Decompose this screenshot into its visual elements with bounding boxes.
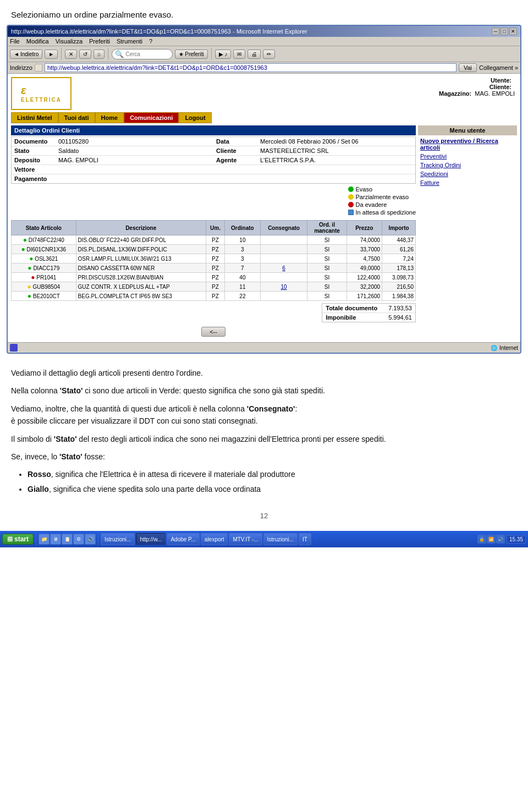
menu-visualizza[interactable]: Visualizza [56, 38, 82, 45]
right-menu-item[interactable]: Tracking Ordini [418, 161, 517, 169]
tray-icon-2: 📶 [487, 535, 496, 544]
cell-descrizione: PRI.DISCUS28.1X26W.BIAN/BIAN [76, 273, 206, 282]
page-heading: Selezioniamo un ordine parzialmente evas… [0, 0, 528, 25]
cliente-label: Cliente: [490, 84, 512, 90]
body-para-5: Se, invece, lo 'Stato' fosse: [11, 451, 517, 463]
cell-articolo: DI601CNR1X36 [26, 246, 66, 253]
mail-button[interactable]: ✉ [233, 50, 245, 59]
browser-window: http://webup.lelettrica.it/elettrica/dm?… [7, 25, 521, 354]
links-label[interactable]: Collegament » [479, 64, 518, 71]
stato-dot: ● [28, 283, 31, 290]
doc-row-vettore: Vettore [12, 165, 415, 174]
menu-preferiti[interactable]: Preferiti [89, 38, 110, 45]
cell-importo: 1.984,38 [382, 292, 416, 301]
taskbar-item-alexport[interactable]: alexport [201, 533, 228, 545]
cell-ord-mancante: SI [307, 235, 346, 245]
taskbar-item-istruzioni1[interactable]: Istruzioni... [101, 533, 135, 545]
cell-descrizione: OSR.LAMP.FL.LUMILUX.36W/21 G13 [76, 254, 206, 264]
back-nav-button[interactable]: <-- [201, 327, 226, 337]
edit-button[interactable]: ✏ [263, 50, 275, 59]
right-menu-item[interactable]: Preventivi [418, 152, 517, 161]
nav-home[interactable]: Home [95, 112, 124, 123]
refresh-button[interactable]: ↺ [79, 50, 91, 59]
taskbar-item-mtv[interactable]: MTV.IT -... [229, 533, 262, 545]
go-button[interactable]: Vai [459, 63, 477, 72]
search-box[interactable]: 🔍 [112, 49, 173, 59]
search-icon: 🔍 [115, 50, 124, 58]
nav-tuoi-dati[interactable]: Tuoi dati [58, 112, 95, 123]
stato-bold-2: 'Stato' [54, 435, 77, 443]
right-menu: Nuovo preventivo / Ricerca articoliPreve… [418, 136, 517, 187]
cell-articolo: DIACC179 [33, 265, 59, 271]
right-menu-item[interactable]: Spedizioni [418, 169, 517, 178]
search-input[interactable] [125, 51, 169, 57]
giallo-bold: Giallo [28, 485, 49, 493]
utente-row: Utente: [439, 77, 515, 84]
browser-title: http://webup.lelettrica.it/elettrica/dm?… [11, 28, 307, 35]
print-button[interactable]: 🖨 [248, 50, 261, 59]
taskbar-icon-5[interactable]: 🔊 [85, 534, 96, 545]
cell-ord-mancante: SI [307, 254, 346, 264]
taskbar-item-adobe[interactable]: Adobe P... [167, 533, 199, 545]
doc-row-pagamento: Pagamento [12, 174, 415, 183]
cell-articolo: DI748FC22/40 [29, 237, 64, 243]
cell-ord-mancante: SI [307, 273, 346, 282]
taskbar-icon-2[interactable]: 🖥 [50, 534, 61, 545]
cell-prezzo: 74,0000 [346, 235, 382, 245]
doc-label-pagamento: Pagamento [12, 174, 56, 183]
table-row: ● OSL3621 OSR.LAMP.FL.LUMILUX.36W/21 G13… [12, 254, 416, 264]
logo: ε ELETTRICA [21, 84, 62, 103]
cell-importo: 3.098,73 [382, 273, 416, 282]
right-menu-item[interactable]: Fatture [418, 178, 517, 187]
nav-comunicazioni[interactable]: Comunicazioni [124, 112, 179, 123]
tray-icons: 🔒 📶 🔊 [477, 535, 505, 544]
taskbar-icon-3[interactable]: 📋 [62, 534, 73, 545]
col-consegnato: Consegnato [260, 221, 307, 235]
nav-listini[interactable]: Listini Metel [11, 112, 58, 123]
back-button[interactable]: ◄ Indietro [10, 50, 42, 59]
taskbar-icon-4[interactable]: ⚙ [73, 534, 84, 545]
cell-um: PZ [206, 245, 224, 254]
legend-attesa: In attesa di spedizione [348, 209, 416, 216]
menu-modifica[interactable]: Modifica [26, 38, 49, 45]
page-icon [35, 64, 42, 72]
nav-logout[interactable]: Logout [179, 112, 211, 123]
forward-button[interactable]: ► [45, 50, 58, 59]
minimize-button[interactable]: ─ [492, 28, 499, 35]
page-number-value: 12 [260, 512, 268, 520]
cell-consegnato: 10 [260, 282, 307, 292]
menu-strumenti[interactable]: Strumenti [117, 38, 142, 45]
status-left [10, 344, 18, 352]
cell-consegnato [260, 254, 307, 264]
close-button[interactable]: ✕ [509, 28, 517, 35]
taskbar-item-it[interactable]: IT [299, 533, 311, 545]
legend-daevadere-text: Da evadere [356, 201, 387, 208]
cell-articolo: PR1041 [36, 275, 56, 281]
cell-consegnato [260, 273, 307, 282]
cell-prezzo: 122,4000 [346, 273, 382, 282]
taskbar-item-istruzioni2[interactable]: Istruzioni... [263, 533, 298, 545]
doc-value-cliente: MASTERELECTRIC SRL [257, 146, 415, 155]
taskbar-separator [36, 533, 36, 545]
menu-help[interactable]: ? [149, 38, 152, 45]
favorites-button[interactable]: ★ Preferiti [175, 50, 207, 59]
doc-value-deposito: MAG. EMPOLI [56, 156, 213, 164]
start-button[interactable]: ⊞ start [2, 534, 34, 545]
right-menu-item[interactable]: Nuovo preventivo / Ricerca articoli [418, 136, 517, 152]
dot-yellow [348, 194, 354, 200]
cell-ordinato: 40 [225, 273, 260, 282]
cell-stato: ● BE2010CT [12, 292, 76, 301]
table-row: ● DI748FC22/40 DIS.OBLO' FC22+40 GRI.DIF… [12, 235, 416, 245]
doc-label-empty1 [213, 165, 257, 174]
address-input[interactable] [45, 63, 457, 72]
taskbar-icon-1[interactable]: 📁 [38, 534, 50, 545]
menu-file[interactable]: File [10, 38, 20, 45]
maximize-button[interactable]: □ [501, 28, 508, 35]
stop-button[interactable]: ✕ [65, 50, 77, 59]
home-button[interactable]: ⌂ [94, 50, 105, 59]
cell-prezzo: 32,2000 [346, 282, 382, 292]
taskbar-item-http[interactable]: http://w... [136, 533, 166, 545]
media-button[interactable]: ▶ ♪ [215, 50, 232, 59]
totals-box: Totale documento 7.193,53 Imponibile 5.9… [322, 303, 416, 322]
cell-descrizione: DIS.OBLO' FC22+40 GRI.DIFF.POL [76, 235, 206, 245]
